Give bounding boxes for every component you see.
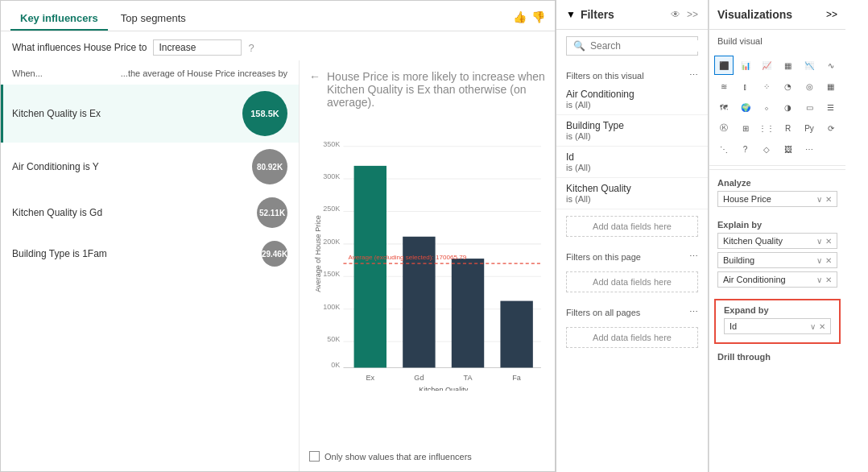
stacked-col-icon[interactable]: ▦ — [779, 56, 798, 75]
main-content: When... ...the average of House Price in… — [1, 60, 555, 471]
influencers-only-checkbox[interactable] — [309, 451, 320, 462]
build-visual-label: Build visual — [709, 30, 845, 49]
more-visuals-icon[interactable]: ⋯ — [800, 139, 819, 159]
filters-title: Filters — [581, 8, 666, 21]
explain-kitchen-quality-field[interactable]: Kitchen Quality ∨ ✕ — [717, 233, 837, 249]
card-icon[interactable]: ▭ — [800, 97, 819, 117]
add-page-fields-btn[interactable]: Add data fields here — [566, 271, 698, 292]
when-column-header: When... — [12, 68, 43, 78]
bar-ex[interactable] — [354, 166, 386, 368]
line-chart-icon[interactable]: 📉 — [800, 56, 819, 75]
influencer-label: Building Type is 1Fam — [12, 248, 150, 259]
decomp-tree-icon[interactable]: ⋱ — [714, 139, 734, 159]
filters-header: ▼ Filters 👁 >> — [556, 0, 708, 30]
add-all-pages-fields-btn[interactable]: Add data fields here — [566, 327, 698, 348]
matrix-icon[interactable]: ⋮⋮ — [757, 118, 776, 138]
treemap-icon[interactable]: ▦ — [821, 77, 841, 96]
close-icon-5[interactable]: ✕ — [819, 322, 825, 331]
expand-by-label: Expand by — [724, 305, 831, 315]
close-icon[interactable]: ✕ — [825, 195, 832, 204]
map-icon[interactable]: 🗺 — [714, 97, 734, 117]
analyze-field-dropdown[interactable]: House Price ∨ ✕ — [717, 191, 837, 207]
key-influencer-icon[interactable]: ⟳ — [821, 118, 841, 138]
qa-icon[interactable]: ? — [736, 139, 755, 159]
search-input[interactable] — [590, 40, 709, 52]
chart-title-text: House Price is more likely to increase w… — [327, 70, 545, 109]
chevron-down-icon-4[interactable]: ∨ — [816, 275, 822, 284]
area-chart-icon[interactable]: ∿ — [821, 56, 841, 75]
svg-text:350K: 350K — [323, 140, 340, 148]
tab-top-segments[interactable]: Top segments — [111, 7, 196, 31]
list-item[interactable]: Kitchen Quality is Gd 52.11K — [1, 191, 299, 234]
filter-item[interactable]: Kitchen Quality is (All) — [556, 178, 708, 209]
filter-item[interactable]: Id is (All) — [556, 147, 708, 178]
more-options-icon-3[interactable]: ⋯ — [689, 307, 698, 317]
ribbon-chart-icon[interactable]: ≋ — [714, 77, 734, 96]
filter-item[interactable]: Air Conditioning is (All) — [556, 84, 708, 115]
bar-chart-icon[interactable]: 📊 — [736, 56, 755, 75]
add-visual-fields-btn[interactable]: Add data fields here — [566, 216, 698, 237]
svg-text:Ex: Ex — [366, 374, 374, 382]
direction-select[interactable]: Increase Decrease — [153, 39, 242, 56]
filter-expand-icon[interactable]: >> — [687, 9, 698, 20]
filter-item[interactable]: Building Type is (All) — [556, 115, 708, 147]
more-options-icon-2[interactable]: ⋯ — [689, 251, 698, 262]
chart-title: ← House Price is more likely to increase… — [309, 70, 545, 109]
viz-expand-icon[interactable]: >> — [826, 9, 837, 20]
more-options-icon[interactable]: ⋯ — [689, 70, 698, 81]
chevron-down-icon[interactable]: ∨ — [816, 195, 822, 204]
svg-text:Gd: Gd — [414, 374, 424, 382]
search-box[interactable]: 🔍 — [566, 36, 698, 56]
explain-air-conditioning-field[interactable]: Air Conditioning ∨ ✕ — [717, 271, 837, 288]
filter-item-value: is (All) — [566, 100, 698, 110]
help-icon[interactable]: ? — [248, 42, 254, 54]
shape-icon[interactable]: ◇ — [757, 139, 776, 159]
viz-header: Visualizations >> — [709, 0, 845, 30]
explain-building-field[interactable]: Building ∨ ✕ — [717, 252, 837, 268]
influencer-label: Kitchen Quality is Ex — [12, 108, 150, 119]
close-icon-4[interactable]: ✕ — [825, 275, 832, 284]
bar-ta[interactable] — [452, 259, 484, 367]
kpi-icon[interactable]: Ⓚ — [714, 118, 734, 138]
thumbs-up-icon[interactable]: 👍 — [513, 10, 527, 23]
table-icon[interactable]: ⊞ — [736, 118, 755, 138]
close-icon-3[interactable]: ✕ — [825, 256, 832, 265]
column-chart-icon[interactable]: 📈 — [757, 56, 776, 75]
waterfall-icon[interactable]: ⫿ — [736, 77, 755, 96]
gauge-icon[interactable]: ◑ — [779, 97, 798, 117]
avg-column-header: ...the average of House Price increases … — [121, 68, 287, 78]
scatter-icon[interactable]: ⁘ — [757, 77, 776, 96]
list-item[interactable]: Air Conditioning is Y 80.92K — [1, 143, 299, 191]
back-arrow-icon[interactable]: ← — [309, 70, 320, 83]
r-visual-icon[interactable]: R — [779, 118, 798, 138]
chevron-down-icon-2[interactable]: ∨ — [816, 237, 822, 246]
chevron-down-icon-3[interactable]: ∨ — [816, 256, 822, 265]
analyze-section: Analyze House Price ∨ ✕ — [709, 173, 845, 215]
kitchen-quality-value: Kitchen Quality — [723, 236, 816, 246]
influencer-label: Air Conditioning is Y — [12, 161, 150, 172]
python-icon[interactable]: Py — [800, 118, 819, 138]
pie-chart-icon[interactable]: ◔ — [779, 77, 798, 96]
donut-icon[interactable]: ◎ — [800, 77, 819, 96]
influencer-circle: 158.5K — [242, 91, 287, 136]
air-conditioning-value: Air Conditioning — [723, 275, 816, 284]
list-item[interactable]: Kitchen Quality is Ex 158.5K — [1, 85, 299, 143]
chart-footer: Only show values that are influencers — [309, 451, 545, 462]
multirow-card-icon[interactable]: ☰ — [821, 97, 841, 117]
image-icon[interactable]: 🖼 — [779, 139, 798, 159]
expand-id-field[interactable]: Id ∨ ✕ — [724, 318, 831, 334]
bar-fa[interactable] — [500, 301, 532, 368]
close-icon-2[interactable]: ✕ — [825, 237, 832, 246]
filter-eye-icon[interactable]: 👁 — [671, 9, 680, 20]
chart-panel: ← House Price is more likely to increase… — [299, 60, 555, 471]
filters-on-all-pages-header: Filters on all pages ⋯ — [556, 299, 708, 321]
thumbs-down-icon[interactable]: 👎 — [531, 10, 545, 23]
stacked-bar-icon[interactable]: ⬛ — [714, 56, 734, 75]
funnel-icon[interactable]: ⬦ — [757, 97, 776, 117]
chevron-down-icon-5[interactable]: ∨ — [810, 322, 816, 331]
list-item[interactable]: Building Type is 1Fam 29.46K — [1, 234, 299, 273]
filter-funnel-icon: ▼ — [566, 9, 576, 20]
filled-map-icon[interactable]: 🌍 — [736, 97, 755, 117]
tab-key-influencers[interactable]: Key influencers — [10, 7, 108, 31]
influencer-items-container: Kitchen Quality is Ex 158.5K Air Conditi… — [1, 85, 299, 273]
